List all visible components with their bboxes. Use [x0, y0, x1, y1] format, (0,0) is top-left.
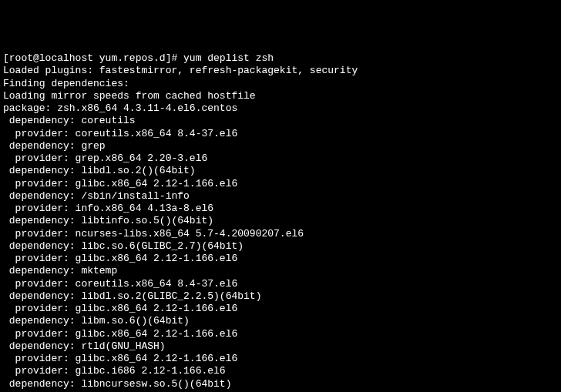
provider-line: provider: coreutils.x86_64 8.4-37.el6: [3, 128, 558, 140]
provider-line: provider: ncurses-libs.x86_64 5.7-4.2009…: [3, 228, 558, 240]
provider-line: provider: info.x86_64 4.13a-8.el6: [3, 203, 558, 215]
mirror-line: Loading mirror speeds from cached hostfi…: [3, 90, 558, 102]
dependency-line: dependency: libdl.so.2()(64bit): [3, 165, 558, 177]
provider-line: provider: glibc.x86_64 2.12-1.166.el6: [3, 353, 558, 365]
provider-line: provider: coreutils.x86_64 8.4-37.el6: [3, 278, 558, 290]
dependency-line: dependency: libdl.so.2(GLIBC_2.2.5)(64bi…: [3, 290, 558, 303]
plugins-line: Loaded plugins: fastestmirror, refresh-p…: [3, 65, 558, 77]
provider-line: provider: glibc.x86_64 2.12-1.166.el6: [3, 303, 558, 315]
dependency-line: dependency: libtinfo.so.5()(64bit): [3, 215, 558, 227]
package-line: package: zsh.x86_64 4.3.11-4.el6.centos: [3, 102, 558, 115]
dependency-line: dependency: /sbin/install-info: [3, 190, 558, 203]
provider-line: provider: grep.x86_64 2.20-3.el6: [3, 152, 558, 165]
dependency-line: dependency: mktemp: [3, 265, 558, 277]
finding-line: Finding dependencies:: [3, 78, 558, 90]
prompt-line: [root@localhost yum.repos.d]# yum deplis…: [3, 52, 558, 65]
provider-line: provider: glibc.x86_64 2.12-1.166.el6: [3, 178, 558, 190]
dependency-line: dependency: libncursesw.so.5()(64bit): [3, 378, 558, 390]
dependency-line: dependency: coreutils: [3, 115, 558, 127]
dependency-line: dependency: libm.so.6()(64bit): [3, 315, 558, 327]
dependency-line: dependency: rtld(GNU_HASH): [3, 340, 558, 353]
provider-line: provider: glibc.x86_64 2.12-1.166.el6: [3, 328, 558, 340]
terminal-output: [root@localhost yum.repos.d]# yum deplis…: [3, 52, 558, 392]
dependency-line: dependency: grep: [3, 140, 558, 152]
provider-line: provider: glibc.i686 2.12-1.166.el6: [3, 365, 558, 377]
dependency-line: dependency: libc.so.6(GLIBC_2.7)(64bit): [3, 240, 558, 253]
provider-line: provider: glibc.x86_64 2.12-1.166.el6: [3, 253, 558, 265]
